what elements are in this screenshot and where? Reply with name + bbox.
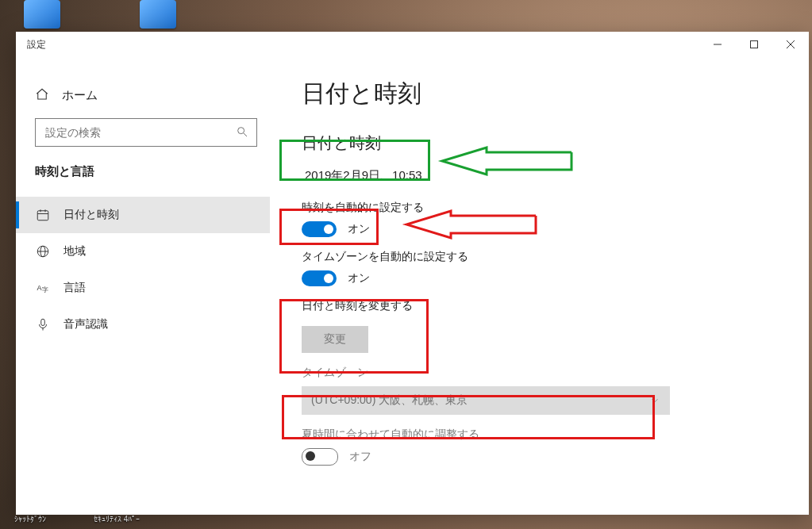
timezone-label: タイムゾーン: [302, 366, 777, 380]
current-datetime: 2019年2月9日、10:53: [302, 163, 777, 188]
sidebar-item-speech[interactable]: 音声認識: [16, 306, 270, 343]
settings-window: 設定 ホーム 時刻と言語: [16, 32, 809, 515]
dst-toggle: [302, 448, 338, 466]
svg-point-4: [238, 127, 244, 133]
search-icon: [236, 125, 248, 140]
titlebar: 設定: [16, 32, 809, 57]
auto-time-toggle[interactable]: [302, 221, 337, 237]
svg-rect-6: [37, 211, 48, 220]
sidebar-item-label: 音声認識: [63, 317, 108, 332]
chevron-down-icon: [649, 395, 660, 406]
auto-time-state: オン: [348, 222, 370, 236]
desktop-icons-top: [0, 0, 812, 32]
sidebar-item-language[interactable]: A字 言語: [16, 270, 270, 306]
sidebar-item-date-time[interactable]: 日付と時刻: [16, 197, 270, 233]
timezone-dropdown: (UTC+09:00) 大阪、札幌、東京: [302, 386, 670, 415]
desktop-icon[interactable]: [140, 0, 176, 29]
home-label: ホーム: [62, 88, 98, 103]
auto-tz-toggle[interactable]: [302, 270, 337, 286]
maximize-button[interactable]: [736, 32, 772, 57]
home-link[interactable]: ホーム: [16, 81, 270, 118]
auto-time-label: 時刻を自動的に設定する: [302, 201, 777, 215]
timezone-value: (UTC+09:00) 大阪、札幌、東京: [311, 393, 468, 408]
language-icon: A字: [35, 280, 51, 296]
search-input-wrapper[interactable]: [35, 118, 257, 147]
window-title: 設定: [27, 38, 46, 52]
desktop-icon-label: ｼｬｯﾄﾀﾞｳﾝ: [14, 515, 46, 529]
svg-line-5: [244, 133, 247, 136]
change-datetime-label: 日付と時刻を変更する: [302, 299, 777, 313]
sidebar-item-label: 言語: [63, 281, 86, 295]
date-time-icon: [35, 207, 51, 223]
desktop-icon-label: ｾｷｭﾘﾃｨｽ 4ﾊﾟｰ: [94, 515, 140, 529]
search-input[interactable]: [44, 125, 236, 140]
content-pane: 日付と時刻 日付と時刻 2019年2月9日、10:53 時刻を自動的に設定する …: [270, 57, 809, 515]
change-datetime-button: 変更: [302, 326, 368, 353]
minimize-button[interactable]: [699, 32, 736, 57]
page-title: 日付と時刻: [302, 78, 777, 110]
desktop-icon[interactable]: [24, 0, 60, 29]
sidebar: ホーム 時刻と言語 日付と時刻 地域: [16, 57, 270, 515]
sidebar-item-label: 日付と時刻: [63, 208, 119, 222]
dst-state: オフ: [349, 450, 371, 464]
auto-tz-label: タイムゾーンを自動的に設定する: [302, 250, 777, 264]
globe-icon: [35, 243, 51, 259]
auto-tz-state: オン: [348, 271, 370, 286]
svg-text:字: 字: [42, 286, 48, 293]
svg-rect-15: [41, 319, 45, 325]
dst-label: 夏時間に合わせて自動的に調整する: [302, 427, 777, 442]
svg-text:A: A: [37, 284, 42, 292]
section-header-datetime: 日付と時刻: [302, 132, 777, 154]
home-icon: [35, 87, 49, 104]
sidebar-item-label: 地域: [63, 244, 86, 259]
sidebar-section-header: 時刻と言語: [16, 164, 270, 197]
svg-rect-1: [751, 41, 758, 48]
desktop-icons-bottom: ｼｬｯﾄﾀﾞｳﾝ ｾｷｭﾘﾃｨｽ 4ﾊﾟｰ: [0, 515, 812, 529]
close-button[interactable]: [772, 32, 809, 57]
microphone-icon: [35, 316, 51, 332]
sidebar-item-region[interactable]: 地域: [16, 233, 270, 270]
